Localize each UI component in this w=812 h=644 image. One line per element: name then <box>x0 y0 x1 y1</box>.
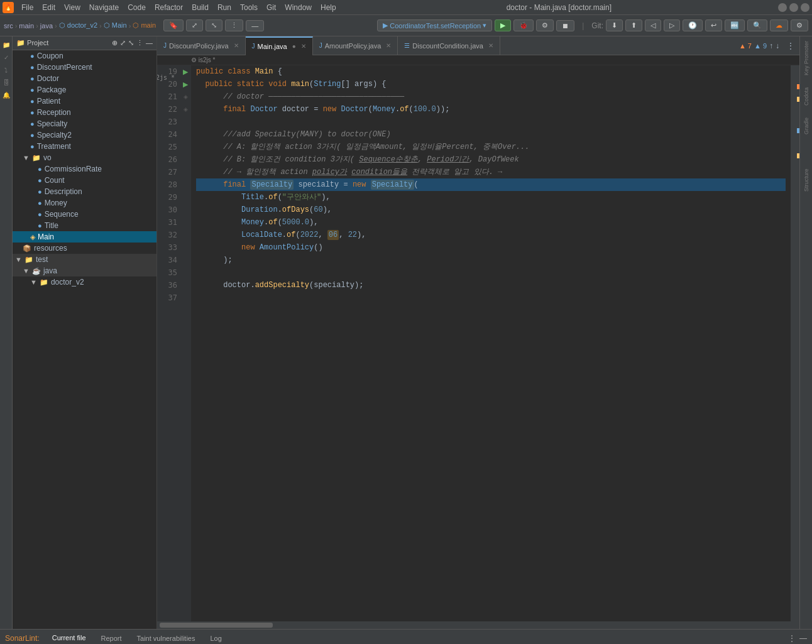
bookmark-btn[interactable]: 🔖 <box>163 19 184 31</box>
menu-tools[interactable]: Tools <box>236 2 261 13</box>
tree-item-reception[interactable]: ● Reception <box>13 107 156 118</box>
git-push-btn[interactable]: ⬆ <box>625 19 642 31</box>
tab-close-icon[interactable]: ✕ <box>386 42 391 49</box>
tree-close-btn[interactable]: — <box>146 39 153 47</box>
tab-discountpolicy[interactable]: J DiscountPolicy.java ✕ <box>157 36 246 55</box>
menu-view[interactable]: View <box>60 2 84 13</box>
expand-btn[interactable]: ⤢ <box>186 19 203 31</box>
tab-amountpolicy[interactable]: J AmountPolicy.java ✕ <box>313 36 398 55</box>
key-promoter-icon[interactable]: Key Promoter <box>800 39 813 77</box>
run-line-20[interactable]: ▶ <box>180 78 191 90</box>
menu-build[interactable]: Build <box>188 2 212 13</box>
breadcrumb: src › main › java › ⬡ doctor_v2 › ⬡ Main… <box>4 21 156 30</box>
maximize-button[interactable]: □ <box>789 3 798 12</box>
tree-item-resources[interactable]: 📦 resources <box>13 243 156 254</box>
tree-locate-btn[interactable]: ⊕ <box>112 39 118 47</box>
tree-item-coupon[interactable]: ● Coupon <box>13 50 156 62</box>
tree-item-specialty[interactable]: ● Specialty <box>13 118 156 129</box>
menu-navigate[interactable]: Navigate <box>85 2 123 13</box>
horizontal-scrollbar[interactable] <box>157 621 799 629</box>
revert-btn[interactable]: ↩ <box>705 19 722 31</box>
tree-item-treatment[interactable]: ● Treatment <box>13 141 156 152</box>
tab-current-file[interactable]: Current file <box>45 630 94 645</box>
tree-item-patient[interactable]: ● Patient <box>13 96 156 107</box>
tree-item-doctor[interactable]: ● Doctor <box>13 73 156 84</box>
tree-expand-btn[interactable]: ⤢ <box>120 39 126 47</box>
git-next-btn[interactable]: ▷ <box>664 19 680 31</box>
more-tabs-btn[interactable]: ⋮ <box>787 41 794 50</box>
minimize-button[interactable]: — <box>778 3 787 12</box>
debug-button[interactable]: 🐞 <box>513 19 534 31</box>
codota-icon[interactable]: Codota <box>800 80 813 112</box>
class-icon: ● <box>38 222 42 229</box>
git-pull-btn[interactable]: ⬇ <box>606 19 623 31</box>
tree-item-doctor-v2[interactable]: ▼ 📁 doctor_v2 <box>13 276 156 288</box>
panel-minimize-btn[interactable]: — <box>799 634 807 643</box>
tree-item-discountpercent[interactable]: ● DiscountPercent <box>13 62 156 73</box>
scrollbar-thumb[interactable] <box>160 623 273 628</box>
editor-scrollbar[interactable] <box>791 65 799 621</box>
menu-window[interactable]: Window <box>281 2 315 13</box>
gradle-icon[interactable]: Gradle <box>800 113 813 138</box>
menu-refactor[interactable]: Refactor <box>151 2 187 13</box>
tab-discountcondition[interactable]: ☰ DiscountCondition.java ✕ <box>398 36 500 55</box>
tree-item-package[interactable]: ● Package <box>13 84 156 96</box>
tab-report[interactable]: Report <box>94 630 129 645</box>
run-line-19[interactable]: ▶ <box>180 65 191 78</box>
menu-run[interactable]: Run <box>214 2 235 13</box>
code-line-22: final Doctor doctor = new Doctor(Money.o… <box>196 103 786 116</box>
code-content[interactable]: public class Main { public static void m… <box>191 65 791 621</box>
tree-item-specialty2[interactable]: ● Specialty2 <box>13 129 156 141</box>
code-line-34: ); <box>196 254 786 266</box>
tree-more-btn[interactable]: ⋮ <box>136 39 143 47</box>
tree-item-java[interactable]: ▼ ☕ java <box>13 265 156 276</box>
more-options-btn[interactable]: ⋮ <box>225 19 243 31</box>
run-button[interactable]: ▶ <box>495 19 511 31</box>
stop-button[interactable]: ⏹ <box>556 20 574 31</box>
tab-taint[interactable]: Taint vulnerabilities <box>129 630 203 645</box>
run-config-selector[interactable]: ▶ CoordinatorTest.setReception ▾ <box>377 19 492 31</box>
pull-requests-icon[interactable]: ⤵ <box>1 64 12 75</box>
tree-item-main[interactable]: ◈ Main <box>13 231 156 243</box>
minimize-panel-btn[interactable]: — <box>246 20 264 31</box>
translate-btn[interactable]: 🔤 <box>725 19 745 31</box>
tree-item-title[interactable]: ● Title <box>13 220 156 231</box>
panel-more-btn[interactable]: ⋮ <box>788 634 796 643</box>
scroll-up-btn[interactable]: ↑ <box>769 41 773 50</box>
menu-file[interactable]: File <box>18 2 37 13</box>
tree-item-test[interactable]: ▼ 📁 test <box>13 254 156 265</box>
tree-item-commissionrate[interactable]: ● CommissionRate <box>13 163 156 175</box>
menu-help[interactable]: Help <box>317 2 340 13</box>
tree-item-count[interactable]: ● Count <box>13 175 156 186</box>
tab-close-icon[interactable]: ✕ <box>488 42 493 49</box>
run-with-coverage[interactable]: ⚙ <box>536 19 554 31</box>
project-icon[interactable]: 📁 <box>1 39 12 50</box>
menu-edit[interactable]: Edit <box>38 2 59 13</box>
tree-item-vo-folder[interactable]: ▼ 📁 vo <box>13 152 156 163</box>
share-btn[interactable]: ☁ <box>770 19 788 31</box>
commit-icon[interactable]: ✓ <box>1 52 12 63</box>
menu-git[interactable]: Git <box>263 2 280 13</box>
database-icon[interactable]: 🗄 <box>1 77 12 88</box>
tree-item-sequence[interactable]: ● Sequence <box>13 209 156 220</box>
settings-btn[interactable]: ⚙ <box>791 19 808 31</box>
tab-main[interactable]: J Main.java ● ✕ <box>246 36 313 55</box>
tab-close-icon[interactable]: ✕ <box>234 42 239 49</box>
code-line-36: doctor.addSpecialty(specialty); <box>196 279 786 292</box>
tree-collapse-btn[interactable]: ⤡ <box>128 39 134 47</box>
git-prev-btn[interactable]: ◁ <box>645 19 661 31</box>
structure-icon[interactable]: Structure <box>800 165 813 196</box>
collapse-btn[interactable]: ⤡ <box>206 19 222 31</box>
history-btn[interactable]: 🕐 <box>683 19 703 31</box>
menu-code[interactable]: Code <box>124 2 150 13</box>
bookmark-line-28[interactable]: ◈ <box>180 103 191 116</box>
search-btn[interactable]: 🔍 <box>747 19 767 31</box>
notifications-icon[interactable]: 🔔 <box>1 89 12 101</box>
tab-close-icon[interactable]: ✕ <box>301 43 306 50</box>
close-button[interactable]: ✕ <box>801 3 809 12</box>
tab-log[interactable]: Log <box>202 630 229 645</box>
tree-item-description[interactable]: ● Description <box>13 186 156 197</box>
tree-item-money[interactable]: ● Money <box>13 197 156 209</box>
bookmark-line-22[interactable]: ◈ <box>180 90 191 103</box>
scroll-down-btn[interactable]: ↓ <box>776 41 779 50</box>
